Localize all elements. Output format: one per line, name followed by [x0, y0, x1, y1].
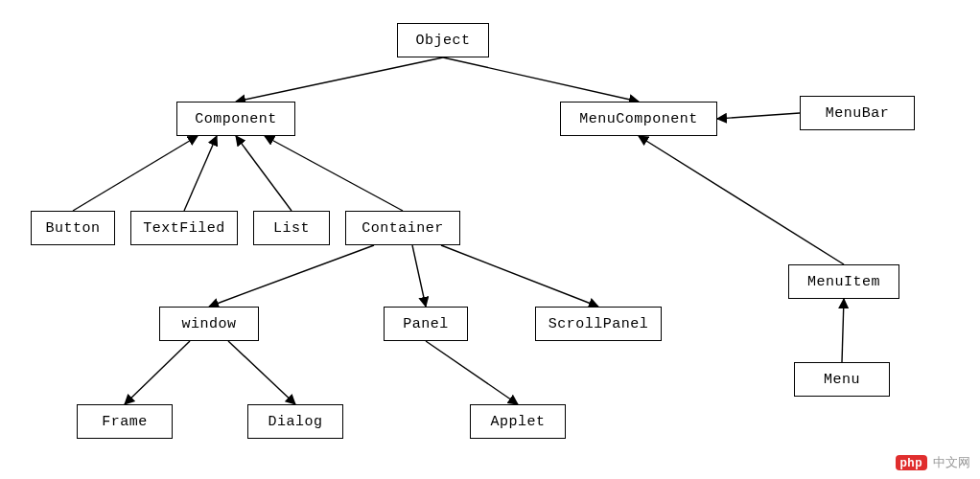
node-menuitem: MenuItem — [788, 264, 899, 299]
edge-menubar-to-menucomponent — [717, 113, 800, 119]
node-label: Frame — [102, 414, 148, 430]
node-component: Component — [176, 102, 295, 136]
node-label: Button — [45, 220, 100, 237]
watermark: php 中文网 — [896, 454, 971, 471]
edge-menu-to-menuitem — [842, 299, 844, 362]
node-object: Object — [397, 23, 489, 57]
node-label: MenuItem — [807, 274, 880, 290]
edge-object-to-menucomponent — [443, 57, 639, 102]
edge-button-to-component — [73, 136, 198, 211]
node-label: List — [273, 220, 310, 237]
node-button: Button — [31, 211, 115, 245]
node-label: Dialog — [268, 414, 322, 430]
edge-textfiled-to-component — [184, 136, 217, 211]
watermark-text: 中文网 — [933, 454, 970, 471]
node-label: MenuBar — [826, 105, 890, 122]
node-menubar: MenuBar — [800, 96, 915, 130]
watermark-badge: php — [896, 455, 928, 470]
edge-object-to-component — [236, 57, 443, 102]
node-container: Container — [345, 211, 460, 245]
node-label: ScrollPanel — [548, 316, 649, 332]
node-applet: Applet — [470, 404, 566, 439]
node-label: Component — [195, 111, 277, 127]
edge-window-to-frame — [125, 341, 190, 404]
node-label: Object — [415, 33, 470, 49]
node-menucomponent: MenuComponent — [560, 102, 717, 136]
node-panel: Panel — [384, 307, 468, 341]
node-label: Menu — [824, 372, 860, 388]
edge-list-to-component — [236, 136, 292, 211]
node-frame: Frame — [77, 404, 173, 439]
node-scrollpanel: ScrollPanel — [535, 307, 662, 341]
edge-container-to-component — [265, 136, 403, 211]
node-label: Container — [362, 220, 444, 237]
edge-container-to-window — [209, 245, 374, 307]
edge-panel-to-applet — [426, 341, 518, 404]
edge-window-to-dialog — [228, 341, 295, 404]
node-label: MenuComponent — [579, 111, 698, 127]
node-label: Applet — [490, 414, 545, 430]
node-textfiled: TextFiled — [130, 211, 238, 245]
edge-menuitem-to-menucomponent — [639, 136, 844, 264]
edge-container-to-panel — [412, 245, 426, 307]
node-label: window — [181, 316, 236, 332]
node-window: window — [159, 307, 259, 341]
node-label: Panel — [403, 316, 449, 332]
node-dialog: Dialog — [247, 404, 343, 439]
diagram-root: { "nodes": { "object": { "label": "Objec… — [0, 0, 980, 479]
node-list: List — [253, 211, 330, 245]
edge-container-to-scrollpanel — [441, 245, 598, 307]
node-menu: Menu — [794, 362, 890, 397]
node-label: TextFiled — [143, 220, 225, 237]
